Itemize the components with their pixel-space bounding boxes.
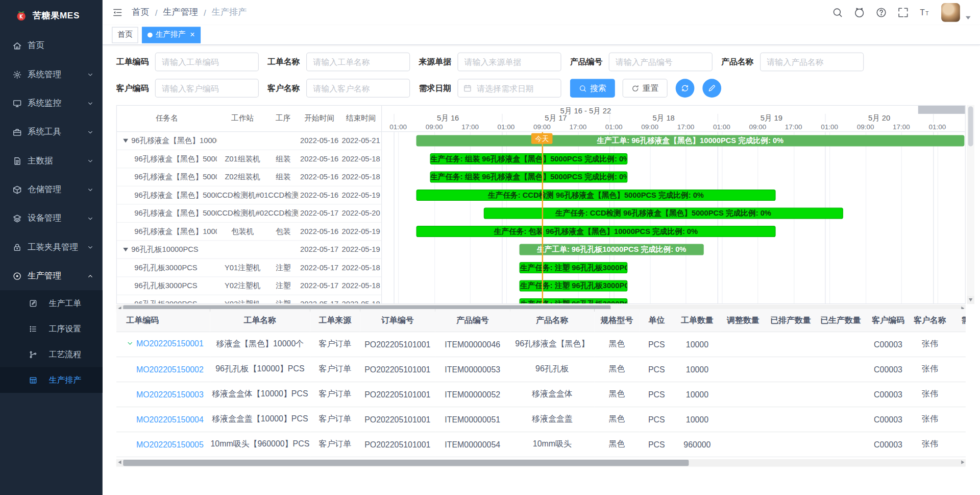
gantt-bar-task[interactable]: 生产任务: 组装 96孔移液盒【黑色】5000PCS 完成比例: 0% [430,172,627,183]
sidebar-item-warehouse-management[interactable]: 仓储管理 [0,175,103,204]
gantt-day-label: 5月 20 [825,114,933,123]
gantt-bar-task[interactable]: 生产任务: 包装 96孔移液盒【黑色】10000PCS 完成比例: 0% [416,226,775,237]
gantt-task-row[interactable]: 96孔移液盒【黑色】5000PCSCCD检测机#02CCD检测2022-05-1… [117,204,381,223]
gantt-task-row[interactable]: 96孔移液盒【黑色】5000PCSZ02组装机组装2022-05-162022-… [117,168,381,186]
breadcrumb-item[interactable]: 首页 [132,7,149,18]
scroll-left-arrow-icon[interactable] [116,459,123,466]
scroll-right-arrow-icon[interactable] [959,459,965,466]
sidebar-item-master-data[interactable]: 主数据 [0,147,103,175]
orders-horizontal-scrollbar[interactable] [116,459,966,466]
filter-input-customer-name[interactable] [306,79,410,98]
filter-input-customer-code[interactable] [155,79,259,98]
order-code-link[interactable]: MO202205150004 [136,414,204,423]
order-code-link[interactable]: MO202205150003 [136,389,204,398]
sidebar-item-process-settings[interactable]: 工序设置 [0,316,103,341]
refresh-schedule-button[interactable] [676,79,695,98]
reset-button[interactable]: 重置 [623,79,668,98]
layers-icon [12,214,21,223]
filter-field-source-document: 来源单据 [419,53,561,72]
filter-input-product-name[interactable] [760,53,864,72]
order-code-link[interactable]: MO202205150002 [136,364,204,373]
sidebar-item-production-management[interactable]: 生产管理 [0,262,103,290]
search-button[interactable]: 搜索 [570,79,615,98]
gantt-bar-task[interactable]: 生产任务: 注塑 96孔孔板3000PCS 完成比例: 0% [520,280,627,292]
gantt-panel: 任务名工作站工序开始时间结束时间 96孔移液盒【黑色】10000PCS2022-… [116,105,975,312]
sidebar-item-production-order[interactable]: 生产工单 [0,290,103,316]
gantt-time-label: 09:00 [857,123,874,131]
cell-spec: 黑色 [594,407,639,432]
cell-scheduled [766,357,816,382]
cell-product_name: 移液盒盒体 [510,382,594,407]
gear-icon [12,70,21,79]
gantt-task-name: 96孔孔板3000PCS [117,280,217,291]
cell-produced [816,432,866,457]
sidebar-item-production-scheduling[interactable]: 生产排产 [0,367,103,393]
gantt-time-label: 17:00 [893,123,910,131]
edit-schedule-button[interactable] [702,79,721,98]
avatar[interactable] [941,3,960,22]
sidebar-item-system-management[interactable]: 系统管理 [0,60,103,89]
sidebar-item-equipment-management[interactable]: 设备管理 [0,204,103,232]
filter-input-work-order-name[interactable] [306,53,410,72]
scrollbar-thumb[interactable] [968,106,973,146]
app-logo[interactable]: 苦糖果MES [0,0,103,31]
tab-home[interactable]: 首页 [112,27,138,43]
gantt-task-row[interactable]: 96孔移液盒【黑色】5000PCSCCD检测机#01CCD检测2022-05-1… [117,186,381,205]
gantt-bar-task[interactable]: 生产任务: 注塑 96孔孔板3000PCS 完成比例: 0% [520,298,627,304]
menu-fold-icon[interactable] [112,7,123,18]
sidebar-item-fixture-management[interactable]: 工装夹具管理 [0,233,103,262]
gantt-bar-task[interactable]: 生产任务: 注塑 96孔孔板3000PCS 完成比例: 0% [520,262,627,273]
filter-input-demand-date[interactable] [457,79,561,98]
sidebar-item-system-tools[interactable]: 系统工具 [0,117,103,146]
filter-label: 需求日期 [419,83,451,94]
sidebar-item-label: 生产工单 [49,297,103,309]
table-row: MO202205150001移液盒【黑色】10000个客户订单PO2022051… [116,332,966,357]
gantt-task-row[interactable]: 96孔孔板3000PCSY03注塑机注塑2022-05-172022-05-18 [117,295,381,304]
tab-production-scheduling[interactable]: 生产排产× [142,27,201,43]
caret-down-icon[interactable] [123,248,128,251]
gantt-bar-task[interactable]: 生产任务: 组装 96孔移液盒【黑色】5000PCS 完成比例: 0% [430,153,627,164]
gantt-time-label: 01:00 [821,123,838,131]
gantt-task-row[interactable]: 96孔孔板3000PCSY02注塑机注塑2022-05-172022-05-18 [117,277,381,295]
sidebar-item-system-monitor[interactable]: 系统监控 [0,89,103,117]
search-icon [579,84,587,92]
gantt-task-row[interactable]: 96孔移液盒【黑色】10000PCS包装机包装2022-05-162022-05… [117,223,381,241]
scrollbar-thumb[interactable] [123,459,689,465]
search-icon[interactable] [832,7,843,18]
gantt-cell-start: 2022-05-16 [298,191,340,199]
fullscreen-icon[interactable] [897,7,909,18]
gantt-cell-end: 2022-05-18 [340,173,381,181]
cell-product_name: 10mm吸头 [510,432,594,457]
close-icon[interactable]: × [190,31,194,39]
caret-down-icon[interactable] [123,139,128,143]
date-input-wrap [457,79,561,98]
gantt-bar-order[interactable]: 生产工单: 96孔移液盒【黑色】10000PCS 完成比例: 0% [416,135,964,146]
gantt-bar-label: 生产任务: 注塑 96孔孔板3000PCS 完成比例: 0% [520,263,627,273]
gantt-task-row[interactable]: 96孔孔板10000PCS2022-05-172022-05-19 [117,241,381,259]
order-code-link[interactable]: MO202205150005 [136,439,204,449]
gantt-task-row[interactable]: 96孔移液盒【黑色】5000PCSZ01组装机组装2022-05-162022-… [117,150,381,169]
breadcrumb-separator: / [155,8,158,18]
filter-input-source-document[interactable] [457,53,561,72]
scroll-down-arrow-icon[interactable] [967,296,974,304]
filter-input-work-order-code[interactable] [155,53,259,72]
cell-spec: 黑色 [594,382,639,407]
gantt-bar-task[interactable]: 生产任务: CCD检测 96孔移液盒【黑色】5000PCS 完成比例: 0% [483,208,843,219]
filter-input-product-code[interactable] [609,53,713,72]
gantt-bar-order[interactable]: 生产工单: 96孔孔板10000PCS 完成比例: 0% [520,244,704,255]
font-size-icon[interactable]: TT [919,7,930,18]
order-code-link[interactable]: MO202205150001 [136,339,204,348]
cell-product_name: 96孔孔板 [510,357,594,382]
sidebar-item-home[interactable]: 首页 [0,31,103,60]
gantt-bar-task[interactable]: 生产任务: CCD检测 96孔移液盒【黑色】5000PCS 完成比例: 0% [416,190,775,201]
help-icon[interactable] [876,7,887,18]
gantt-cell-end: 2022-05-18 [340,281,381,290]
github-icon[interactable] [854,7,865,18]
breadcrumb-item[interactable]: 生产管理 [163,7,198,18]
expand-chevron-icon[interactable] [126,340,136,349]
gantt-task-row[interactable]: 96孔移液盒【黑色】10000PCS2022-05-162022-05-21 [117,132,381,150]
sync-icon [680,84,689,92]
gantt-vertical-scrollbar[interactable] [967,105,974,304]
sidebar-item-process-flow[interactable]: 工艺流程 [0,342,103,367]
gantt-task-row[interactable]: 96孔孔板3000PCSY01注塑机注塑2022-05-172022-05-18 [117,259,381,277]
